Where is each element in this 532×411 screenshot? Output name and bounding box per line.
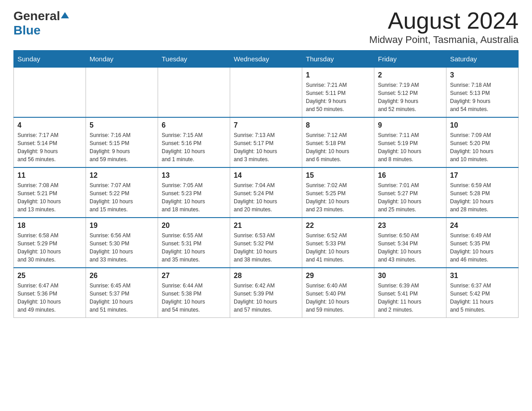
calendar-week-2: 4Sunrise: 7:17 AM Sunset: 5:14 PM Daylig… <box>14 117 519 167</box>
day-info: Sunrise: 6:58 AM Sunset: 5:29 PM Dayligh… <box>17 231 82 264</box>
col-friday: Friday <box>374 51 446 68</box>
table-row: 7Sunrise: 7:13 AM Sunset: 5:17 PM Daylig… <box>230 117 302 167</box>
table-row: 12Sunrise: 7:07 AM Sunset: 5:22 PM Dayli… <box>86 167 158 218</box>
day-number: 1 <box>306 71 370 79</box>
col-thursday: Thursday <box>302 51 374 68</box>
day-info: Sunrise: 6:50 AM Sunset: 5:34 PM Dayligh… <box>378 231 442 264</box>
table-row: 30Sunrise: 6:39 AM Sunset: 5:41 PM Dayli… <box>374 268 446 318</box>
day-number: 12 <box>90 171 154 180</box>
day-info: Sunrise: 6:42 AM Sunset: 5:39 PM Dayligh… <box>234 282 298 314</box>
day-number: 28 <box>234 272 298 280</box>
day-number: 4 <box>17 121 82 129</box>
day-number: 31 <box>450 272 515 280</box>
table-row: 15Sunrise: 7:02 AM Sunset: 5:25 PM Dayli… <box>302 167 374 218</box>
day-number: 23 <box>378 222 442 230</box>
table-row: 2Sunrise: 7:19 AM Sunset: 5:12 PM Daylig… <box>374 68 446 118</box>
day-number: 6 <box>162 121 226 129</box>
calendar-week-5: 25Sunrise: 6:47 AM Sunset: 5:36 PM Dayli… <box>14 268 519 318</box>
day-number: 29 <box>306 272 370 280</box>
table-row: 10Sunrise: 7:09 AM Sunset: 5:20 PM Dayli… <box>446 117 519 167</box>
day-info: Sunrise: 6:39 AM Sunset: 5:41 PM Dayligh… <box>378 282 442 314</box>
day-info: Sunrise: 7:02 AM Sunset: 5:25 PM Dayligh… <box>306 181 370 214</box>
logo: General Blue <box>13 9 69 38</box>
day-number: 14 <box>234 171 298 180</box>
day-info: Sunrise: 6:44 AM Sunset: 5:38 PM Dayligh… <box>162 282 226 314</box>
logo-general-text: General <box>13 9 60 23</box>
calendar-header-row: Sunday Monday Tuesday Wednesday Thursday… <box>14 51 519 68</box>
svg-marker-0 <box>61 12 69 18</box>
day-info: Sunrise: 7:05 AM Sunset: 5:23 PM Dayligh… <box>162 181 226 214</box>
day-number: 22 <box>306 222 370 230</box>
day-number: 21 <box>234 222 298 230</box>
page-header: General Blue August 2024 Midway Point, T… <box>13 9 519 46</box>
day-number: 16 <box>378 171 442 180</box>
day-number: 13 <box>162 171 226 180</box>
col-sunday: Sunday <box>14 51 86 68</box>
day-number: 25 <box>17 272 82 280</box>
table-row: 19Sunrise: 6:56 AM Sunset: 5:30 PM Dayli… <box>86 218 158 268</box>
day-info: Sunrise: 7:11 AM Sunset: 5:19 PM Dayligh… <box>378 131 442 163</box>
table-row: 18Sunrise: 6:58 AM Sunset: 5:29 PM Dayli… <box>14 218 86 268</box>
table-row: 16Sunrise: 7:01 AM Sunset: 5:27 PM Dayli… <box>374 167 446 218</box>
table-row <box>86 68 158 118</box>
day-info: Sunrise: 6:45 AM Sunset: 5:37 PM Dayligh… <box>90 282 154 314</box>
table-row: 22Sunrise: 6:52 AM Sunset: 5:33 PM Dayli… <box>302 218 374 268</box>
calendar-week-1: 1Sunrise: 7:21 AM Sunset: 5:11 PM Daylig… <box>14 68 519 118</box>
day-number: 8 <box>306 121 370 129</box>
day-number: 17 <box>450 171 515 180</box>
col-tuesday: Tuesday <box>158 51 230 68</box>
day-number: 26 <box>90 272 154 280</box>
table-row <box>158 68 230 118</box>
table-row: 20Sunrise: 6:55 AM Sunset: 5:31 PM Dayli… <box>158 218 230 268</box>
day-number: 7 <box>234 121 298 129</box>
table-row: 4Sunrise: 7:17 AM Sunset: 5:14 PM Daylig… <box>14 117 86 167</box>
day-number: 15 <box>306 171 370 180</box>
day-info: Sunrise: 7:16 AM Sunset: 5:15 PM Dayligh… <box>90 131 154 163</box>
table-row: 13Sunrise: 7:05 AM Sunset: 5:23 PM Dayli… <box>158 167 230 218</box>
day-number: 9 <box>378 121 442 129</box>
table-row: 9Sunrise: 7:11 AM Sunset: 5:19 PM Daylig… <box>374 117 446 167</box>
col-monday: Monday <box>86 51 158 68</box>
day-info: Sunrise: 7:12 AM Sunset: 5:18 PM Dayligh… <box>306 131 370 163</box>
table-row: 8Sunrise: 7:12 AM Sunset: 5:18 PM Daylig… <box>302 117 374 167</box>
day-info: Sunrise: 6:52 AM Sunset: 5:33 PM Dayligh… <box>306 231 370 264</box>
day-number: 19 <box>90 222 154 230</box>
day-info: Sunrise: 7:18 AM Sunset: 5:13 PM Dayligh… <box>450 81 515 113</box>
table-row <box>230 68 302 118</box>
table-row: 1Sunrise: 7:21 AM Sunset: 5:11 PM Daylig… <box>302 68 374 118</box>
table-row: 11Sunrise: 7:08 AM Sunset: 5:21 PM Dayli… <box>14 167 86 218</box>
logo-arrow-icon <box>61 11 69 21</box>
day-info: Sunrise: 6:55 AM Sunset: 5:31 PM Dayligh… <box>162 231 226 264</box>
table-row: 27Sunrise: 6:44 AM Sunset: 5:38 PM Dayli… <box>158 268 230 318</box>
day-number: 3 <box>450 71 515 79</box>
col-saturday: Saturday <box>446 51 519 68</box>
calendar-week-3: 11Sunrise: 7:08 AM Sunset: 5:21 PM Dayli… <box>14 167 519 218</box>
day-number: 10 <box>450 121 515 129</box>
month-title: August 2024 <box>369 9 519 32</box>
day-info: Sunrise: 7:21 AM Sunset: 5:11 PM Dayligh… <box>306 81 370 113</box>
table-row: 23Sunrise: 6:50 AM Sunset: 5:34 PM Dayli… <box>374 218 446 268</box>
day-info: Sunrise: 7:15 AM Sunset: 5:16 PM Dayligh… <box>162 131 226 163</box>
day-number: 27 <box>162 272 226 280</box>
day-info: Sunrise: 7:01 AM Sunset: 5:27 PM Dayligh… <box>378 181 442 214</box>
table-row: 24Sunrise: 6:49 AM Sunset: 5:35 PM Dayli… <box>446 218 519 268</box>
day-number: 20 <box>162 222 226 230</box>
table-row: 21Sunrise: 6:53 AM Sunset: 5:32 PM Dayli… <box>230 218 302 268</box>
day-info: Sunrise: 6:49 AM Sunset: 5:35 PM Dayligh… <box>450 231 515 264</box>
title-block: August 2024 Midway Point, Tasmania, Aust… <box>369 9 519 46</box>
table-row: 14Sunrise: 7:04 AM Sunset: 5:24 PM Dayli… <box>230 167 302 218</box>
table-row: 25Sunrise: 6:47 AM Sunset: 5:36 PM Dayli… <box>14 268 86 318</box>
day-info: Sunrise: 6:47 AM Sunset: 5:36 PM Dayligh… <box>17 282 82 314</box>
calendar-week-4: 18Sunrise: 6:58 AM Sunset: 5:29 PM Dayli… <box>14 218 519 268</box>
logo-blue-text: Blue <box>13 23 41 38</box>
table-row: 3Sunrise: 7:18 AM Sunset: 5:13 PM Daylig… <box>446 68 519 118</box>
day-info: Sunrise: 7:13 AM Sunset: 5:17 PM Dayligh… <box>234 131 298 163</box>
day-number: 5 <box>90 121 154 129</box>
day-number: 2 <box>378 71 442 79</box>
table-row: 5Sunrise: 7:16 AM Sunset: 5:15 PM Daylig… <box>86 117 158 167</box>
day-info: Sunrise: 7:09 AM Sunset: 5:20 PM Dayligh… <box>450 131 515 163</box>
day-info: Sunrise: 6:56 AM Sunset: 5:30 PM Dayligh… <box>90 231 154 264</box>
day-number: 24 <box>450 222 515 230</box>
day-info: Sunrise: 7:19 AM Sunset: 5:12 PM Dayligh… <box>378 81 442 113</box>
day-info: Sunrise: 6:59 AM Sunset: 5:28 PM Dayligh… <box>450 181 515 214</box>
